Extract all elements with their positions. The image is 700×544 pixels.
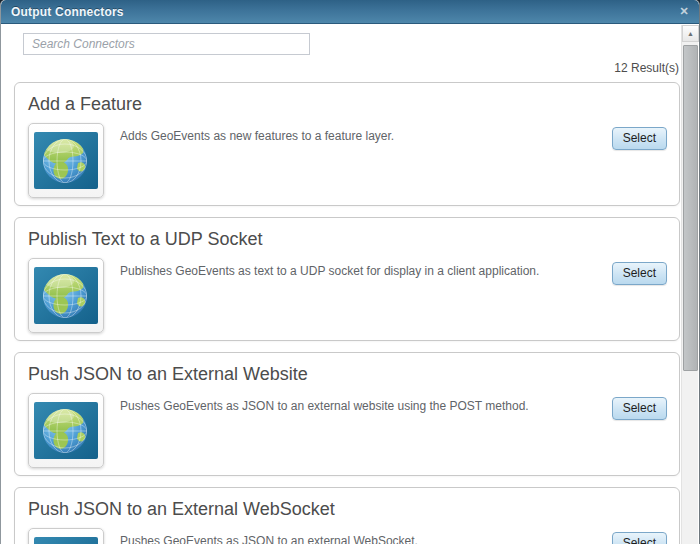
select-button[interactable]: Select xyxy=(612,397,667,420)
connector-card-publish-text-udp: Publish Text to a UDP Socket Publishes G… xyxy=(14,217,680,341)
connector-description: Publishes GeoEvents as text to a UDP soc… xyxy=(104,258,612,279)
vertical-scrollbar[interactable]: ▲ xyxy=(681,25,698,544)
globe-icon xyxy=(34,132,98,189)
connector-title: Push JSON to an External Website xyxy=(28,364,667,385)
output-connectors-dialog: Output Connectors ✕ 12 Result(s) Add a F… xyxy=(0,0,700,544)
globe-icon xyxy=(34,267,98,324)
connector-title: Publish Text to a UDP Socket xyxy=(28,229,667,250)
connector-thumbnail xyxy=(28,528,104,544)
scrollbar-up-arrow-icon[interactable]: ▲ xyxy=(682,25,699,42)
connector-card-add-a-feature: Add a Feature Adds GeoEvents as new feat… xyxy=(14,82,680,206)
dialog-title: Output Connectors xyxy=(11,5,124,19)
connector-card-push-json-websocket: Push JSON to an External WebSocket Pushe… xyxy=(14,487,680,544)
globe-icon xyxy=(34,402,98,459)
connector-card-push-json-website: Push JSON to an External Website Pushes … xyxy=(14,352,680,476)
results-count: 12 Result(s) xyxy=(14,61,679,75)
connector-thumbnail xyxy=(28,393,104,468)
select-button[interactable]: Select xyxy=(612,127,667,150)
dialog-titlebar: Output Connectors xyxy=(1,0,699,24)
globe-icon xyxy=(34,537,98,544)
search-input[interactable] xyxy=(23,33,310,55)
connector-thumbnail xyxy=(28,123,104,198)
connector-row: Publishes GeoEvents as text to a UDP soc… xyxy=(28,258,667,333)
connector-description: Adds GeoEvents as new features to a feat… xyxy=(104,123,612,144)
connector-title: Push JSON to an External WebSocket xyxy=(28,499,667,520)
connector-description: Pushes GeoEvents as JSON to an external … xyxy=(104,528,612,544)
connector-description: Pushes GeoEvents as JSON to an external … xyxy=(104,393,612,414)
connector-thumbnail xyxy=(28,258,104,333)
connector-row: Pushes GeoEvents as JSON to an external … xyxy=(28,393,667,468)
select-button[interactable]: Select xyxy=(612,262,667,285)
select-button[interactable]: Select xyxy=(612,532,667,544)
dialog-content: 12 Result(s) Add a Feature Adds GeoEvent… xyxy=(1,24,699,544)
close-icon[interactable]: ✕ xyxy=(677,4,691,18)
connector-title: Add a Feature xyxy=(28,94,667,115)
scrollbar-thumb[interactable] xyxy=(683,45,698,371)
connector-row: Pushes GeoEvents as JSON to an external … xyxy=(28,528,667,544)
connector-row: Adds GeoEvents as new features to a feat… xyxy=(28,123,667,198)
